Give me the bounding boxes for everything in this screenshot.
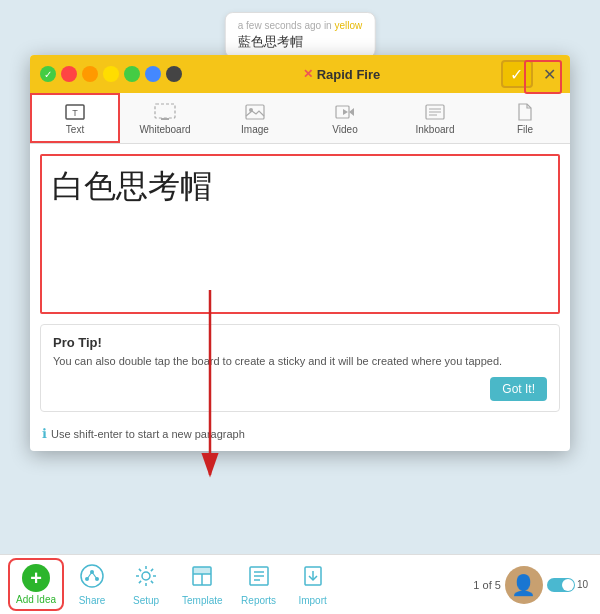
toolbar-image[interactable]: Image xyxy=(210,93,300,143)
inkboard-icon xyxy=(424,103,446,121)
toolbar-whiteboard-label: Whiteboard xyxy=(139,124,190,135)
toolbar-video-label: Video xyxy=(332,124,357,135)
color-picker[interactable]: ✓ xyxy=(40,66,182,82)
toolbar-inkboard-label: Inkboard xyxy=(416,124,455,135)
toolbar-inkboard[interactable]: Inkboard xyxy=(390,93,480,143)
text-icon: T xyxy=(64,103,86,121)
bottom-nav: + Add Idea Share xyxy=(0,554,600,614)
info-icon: ℹ xyxy=(42,426,47,441)
pro-tip-box: Pro Tip! You can also double tap the boa… xyxy=(40,324,560,412)
panel-header-right: ✓ ✕ xyxy=(501,60,560,88)
svg-marker-7 xyxy=(349,108,354,116)
toolbar-image-label: Image xyxy=(241,124,269,135)
notification-idea-text: 藍色思考帽 xyxy=(238,33,363,51)
toolbar-text[interactable]: T Text xyxy=(30,93,120,143)
nav-template-label: Template xyxy=(182,595,223,606)
toolbar-file[interactable]: File xyxy=(480,93,570,143)
toggle-thumb xyxy=(562,579,574,591)
svg-rect-4 xyxy=(246,105,264,119)
svg-line-20 xyxy=(92,572,97,579)
text-input-content[interactable]: 白色思考帽 xyxy=(52,166,548,208)
got-it-button[interactable]: Got It! xyxy=(490,377,547,401)
whiteboard-icon xyxy=(154,103,176,121)
nav-items: + Add Idea Share xyxy=(8,558,473,611)
nav-share-label: Share xyxy=(79,595,106,606)
shift-hint-text: Use shift-enter to start a new paragraph xyxy=(51,428,245,440)
color-red[interactable] xyxy=(61,66,77,82)
video-icon xyxy=(334,103,356,121)
toggle-track xyxy=(547,578,575,592)
notification-timestamp: a few seconds ago in xyxy=(238,20,332,31)
rapid-fire-icon: ✕ xyxy=(303,67,313,81)
nav-setup-label: Setup xyxy=(133,595,159,606)
notification-color: yellow xyxy=(334,20,362,31)
add-idea-icon: + xyxy=(22,564,50,592)
svg-point-21 xyxy=(142,572,150,580)
nav-template[interactable]: Template xyxy=(174,560,231,610)
nav-add-idea[interactable]: + Add Idea xyxy=(8,558,64,611)
panel-title: ✕ Rapid Fire xyxy=(303,67,381,82)
svg-rect-3 xyxy=(161,118,169,120)
color-dark[interactable] xyxy=(166,66,182,82)
file-icon xyxy=(514,103,536,121)
template-icon xyxy=(190,564,214,593)
page-counter: 1 of 5 xyxy=(473,579,501,591)
panel-title-text: Rapid Fire xyxy=(317,67,381,82)
svg-point-15 xyxy=(81,565,103,587)
nav-share[interactable]: Share xyxy=(66,560,118,610)
pro-tip-title: Pro Tip! xyxy=(53,335,547,350)
toolbar-whiteboard[interactable]: Whiteboard xyxy=(120,93,210,143)
svg-rect-23 xyxy=(193,567,211,574)
confirm-icon: ✓ xyxy=(510,65,523,84)
confirm-button[interactable]: ✓ xyxy=(501,60,533,88)
nav-setup[interactable]: Setup xyxy=(120,560,172,610)
toolbar-file-label: File xyxy=(517,124,533,135)
toggle-label: 10 xyxy=(577,579,588,590)
panel-header: ✓ ✕ Rapid Fire ✓ ✕ xyxy=(30,55,570,93)
text-input-area[interactable]: 白色思考帽 xyxy=(40,154,560,314)
color-orange[interactable] xyxy=(82,66,98,82)
nav-reports-label: Reports xyxy=(241,595,276,606)
nav-right: 1 of 5 👤 10 xyxy=(473,566,592,604)
svg-text:T: T xyxy=(72,108,78,118)
color-check-icon[interactable]: ✓ xyxy=(40,66,56,82)
color-yellow[interactable] xyxy=(103,66,119,82)
nav-reports[interactable]: Reports xyxy=(233,560,285,610)
rapid-fire-panel: ✓ ✕ Rapid Fire ✓ ✕ T Text xyxy=(30,55,570,451)
toolbar-text-label: Text xyxy=(66,124,84,135)
notification-bubble: a few seconds ago in yellow 藍色思考帽 xyxy=(225,12,376,58)
svg-marker-8 xyxy=(343,109,348,115)
import-icon xyxy=(301,564,325,593)
color-blue[interactable] xyxy=(145,66,161,82)
toolbar-row: T Text Whiteboard Image xyxy=(30,93,570,144)
nav-import[interactable]: Import xyxy=(287,560,339,610)
pro-tip-text: You can also double tap the board to cre… xyxy=(53,354,547,369)
setup-icon xyxy=(134,564,158,593)
svg-rect-2 xyxy=(155,104,175,118)
image-icon xyxy=(244,103,266,121)
avatar-image: 👤 xyxy=(511,573,536,597)
user-avatar[interactable]: 👤 xyxy=(505,566,543,604)
nav-import-label: Import xyxy=(298,595,326,606)
nav-add-idea-label: Add Idea xyxy=(16,594,56,605)
close-button[interactable]: ✕ xyxy=(539,63,560,86)
reports-icon xyxy=(247,564,271,593)
svg-line-19 xyxy=(87,572,92,579)
shift-hint: ℹ Use shift-enter to start a new paragra… xyxy=(30,420,570,451)
toolbar-video[interactable]: Video xyxy=(300,93,390,143)
color-green[interactable] xyxy=(124,66,140,82)
ios-toggle[interactable]: 10 xyxy=(547,578,588,592)
share-icon xyxy=(80,564,104,593)
